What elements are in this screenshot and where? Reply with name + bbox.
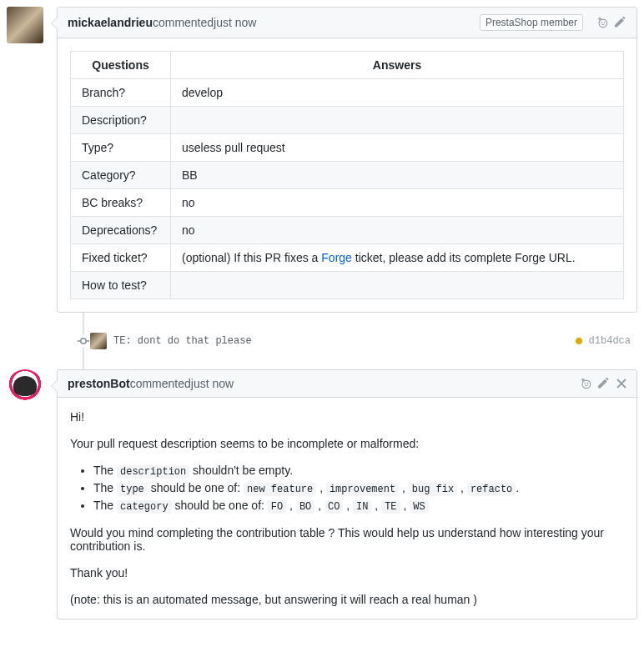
comment-author[interactable]: mickaelandrieu — [68, 16, 153, 29]
svg-point-1 — [601, 22, 603, 23]
a-cell: useless pull request — [171, 134, 624, 162]
commit-message[interactable]: TE: dont do that please — [113, 335, 252, 347]
sep: , — [400, 499, 410, 512]
add-reaction-icon[interactable] — [580, 378, 591, 389]
comment-2: prestonBot commented just now Hi! Your p… — [7, 369, 637, 619]
comment-body: Hi! Your pull request description seems … — [58, 398, 636, 619]
table-row: How to test? — [71, 272, 624, 299]
code: refacto — [467, 483, 516, 496]
a-cell: develop — [171, 79, 624, 107]
comment-box: prestonBot commented just now Hi! Your p… — [57, 369, 637, 619]
a-cell: no — [171, 217, 624, 244]
text: should be one of: — [148, 481, 244, 494]
qa-table: Questions Answers Branch? develop Descri… — [70, 51, 624, 299]
commit-sha[interactable]: d1b4dca — [589, 335, 631, 347]
edit-icon[interactable] — [598, 378, 610, 389]
code: type — [117, 483, 148, 496]
code: CO — [325, 500, 343, 514]
comment-time[interactable]: just now — [191, 377, 234, 390]
sep: , — [286, 499, 296, 512]
sep: , — [314, 499, 325, 512]
edit-icon[interactable] — [615, 17, 626, 28]
sep: , — [343, 499, 353, 512]
table-row: Fixed ticket? (optional) If this PR fixe… — [71, 244, 624, 272]
sep: , — [371, 499, 381, 512]
code: TE — [381, 500, 400, 514]
commented-label: commented — [130, 377, 191, 390]
text: The — [93, 464, 117, 477]
text: should be one of: — [172, 499, 268, 512]
comment-header: mickaelandrieu commented just now Presta… — [58, 8, 636, 38]
thanks: Thank you! — [70, 566, 624, 579]
delete-icon[interactable] — [616, 379, 626, 389]
comment-box: mickaelandrieu commented just now Presta… — [57, 7, 637, 313]
q-cell: How to test? — [71, 272, 171, 299]
list-item: The type should be one of: new feature ,… — [93, 481, 624, 495]
sep: , — [457, 481, 467, 494]
issues-list: The description shouldn't be empty. The … — [70, 464, 624, 513]
text: The — [93, 481, 117, 494]
commit-avatar[interactable] — [90, 333, 107, 349]
q-cell: Description? — [71, 107, 171, 134]
text: . — [516, 481, 519, 494]
list-item: The category should be one of: FO , BO ,… — [93, 499, 624, 513]
status-pending-icon[interactable] — [576, 338, 582, 344]
q-cell: Fixed ticket? — [71, 244, 171, 272]
code: description — [117, 465, 189, 479]
table-row: Deprecations? no — [71, 217, 624, 244]
svg-point-8 — [587, 383, 589, 384]
sep: , — [399, 481, 409, 494]
text: ticket, please add its complete Forge UR… — [352, 251, 576, 264]
col-questions: Questions — [71, 52, 171, 79]
comment-1: mickaelandrieu commented just now Presta… — [7, 7, 637, 313]
text: The — [93, 499, 117, 512]
a-cell — [171, 272, 624, 299]
intro: Your pull request description seems to b… — [70, 437, 624, 450]
svg-point-2 — [604, 22, 606, 23]
a-cell: BB — [171, 162, 624, 189]
avatar[interactable] — [7, 7, 43, 43]
table-row: Description? — [71, 107, 624, 134]
code: BO — [296, 500, 314, 514]
code: new feature — [244, 483, 316, 496]
text: shouldn't be empty. — [189, 464, 293, 477]
table-row: BC breaks? no — [71, 189, 624, 217]
svg-point-7 — [585, 383, 586, 384]
code: category — [117, 500, 172, 514]
code: FO — [268, 500, 286, 514]
q-cell: Type? — [71, 134, 171, 162]
a-cell: (optional) If this PR fixes a Forge tick… — [171, 244, 624, 272]
q-cell: Branch? — [71, 79, 171, 107]
svg-point-3 — [81, 339, 86, 344]
code: bug fix — [409, 483, 457, 496]
table-row: Branch? develop — [71, 79, 624, 107]
q-cell: BC breaks? — [71, 189, 171, 217]
commit-icon — [78, 335, 89, 347]
greeting: Hi! — [70, 410, 624, 424]
note: (note: this is an automated message, but… — [70, 593, 624, 606]
avatar[interactable] — [7, 369, 43, 406]
comment-time[interactable]: just now — [214, 16, 256, 29]
comment-body: Questions Answers Branch? develop Descri… — [58, 38, 636, 312]
add-reaction-icon[interactable] — [596, 17, 608, 28]
member-badge: PrestaShop member — [480, 14, 583, 31]
q-cell: Category? — [71, 162, 171, 189]
commented-label: commented — [153, 16, 214, 29]
comment-header: prestonBot commented just now — [58, 370, 636, 398]
a-cell: no — [171, 189, 624, 217]
a-cell — [171, 107, 624, 134]
table-row: Category? BB — [71, 162, 624, 189]
ask: Would you mind completing the contributi… — [70, 526, 624, 553]
col-answers: Answers — [171, 52, 624, 79]
code: IN — [353, 500, 371, 514]
list-item: The description shouldn't be empty. — [93, 464, 624, 478]
comment-author[interactable]: prestonBot — [68, 377, 130, 390]
forge-link[interactable]: Forge — [321, 251, 352, 264]
code: improvement — [326, 483, 399, 496]
commit-row: TE: dont do that please d1b4dca — [7, 326, 637, 356]
text: (optional) If this PR fixes a — [182, 251, 321, 264]
table-row: Type? useless pull request — [71, 134, 624, 162]
sep: , — [316, 481, 326, 494]
q-cell: Deprecations? — [71, 217, 171, 244]
code: WS — [410, 500, 428, 514]
